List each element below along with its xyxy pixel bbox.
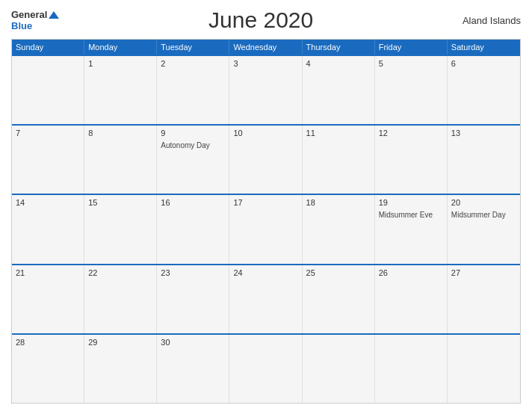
cell-w5-mon: 29 — [84, 335, 157, 403]
cell-w4-sun: 21 — [12, 265, 84, 333]
cell-w1-fri: 5 — [375, 56, 448, 124]
cell-w4-thu: 25 — [303, 265, 375, 333]
cell-w3-fri: 19 Midsummer Eve — [375, 195, 448, 263]
cell-w3-sun: 14 — [12, 195, 84, 263]
cell-w4-sat: 27 — [448, 265, 520, 333]
cell-w3-mon: 15 — [84, 195, 157, 263]
cell-w5-wed — [229, 335, 302, 403]
cell-w3-thu: 18 — [303, 195, 375, 263]
logo-triangle-icon — [49, 11, 59, 19]
week-row-3: 14 15 16 17 18 19 Midsummer Eve 20 Midsu… — [12, 194, 520, 263]
cell-w2-sat: 13 — [448, 126, 520, 194]
cell-w3-sat: 20 Midsummer Day — [448, 195, 520, 263]
cell-w2-wed: 10 — [229, 126, 302, 194]
cell-w3-wed: 17 — [229, 195, 302, 263]
cell-w5-sat — [448, 335, 520, 403]
cell-w2-sun: 7 — [12, 126, 84, 194]
cell-w1-thu: 4 — [303, 56, 375, 124]
cell-w5-sun: 28 — [12, 335, 84, 403]
cell-w1-sun — [12, 56, 84, 124]
cell-w4-tue: 23 — [157, 265, 229, 333]
logo-general-text: General — [11, 9, 47, 20]
cell-w1-sat: 6 — [448, 56, 520, 124]
region-label: Aland Islands — [463, 15, 521, 26]
logo: General Blue — [11, 9, 59, 31]
week-row-1: 1 2 3 4 5 6 — [12, 55, 520, 124]
cell-w2-tue: 9 Autonomy Day — [157, 126, 229, 194]
logo-blue-text: Blue — [11, 20, 32, 31]
col-tuesday: Tuesday — [157, 40, 229, 55]
col-sunday: Sunday — [12, 40, 84, 55]
cell-w1-mon: 1 — [84, 56, 157, 124]
col-thursday: Thursday — [303, 40, 375, 55]
cell-w5-thu — [303, 335, 375, 403]
col-wednesday: Wednesday — [229, 40, 302, 55]
cell-w4-fri: 26 — [375, 265, 448, 333]
week-row-4: 21 22 23 24 25 26 27 — [12, 264, 520, 333]
cell-w1-wed: 3 — [229, 56, 302, 124]
calendar: Sunday Monday Tuesday Wednesday Thursday… — [11, 39, 521, 404]
col-friday: Friday — [375, 40, 448, 55]
cell-w2-mon: 8 — [84, 126, 157, 194]
calendar-header-row: Sunday Monday Tuesday Wednesday Thursday… — [12, 40, 520, 55]
calendar-body: 1 2 3 4 5 6 7 8 9 Autonomy Day 10 11 12 … — [12, 55, 520, 403]
week-row-5: 28 29 30 — [12, 333, 520, 403]
week-row-2: 7 8 9 Autonomy Day 10 11 12 13 — [12, 124, 520, 194]
col-saturday: Saturday — [448, 40, 520, 55]
cell-w4-mon: 22 — [84, 265, 157, 333]
cell-w1-tue: 2 — [157, 56, 229, 124]
page-header: General Blue June 2020 Aland Islands — [11, 7, 521, 33]
cell-w5-fri — [375, 335, 448, 403]
col-monday: Monday — [84, 40, 157, 55]
cell-w2-thu: 11 — [303, 126, 375, 194]
calendar-title: June 2020 — [208, 7, 313, 33]
cell-w4-wed: 24 — [229, 265, 302, 333]
cell-w2-fri: 12 — [375, 126, 448, 194]
cell-w3-tue: 16 — [157, 195, 229, 263]
cell-w5-tue: 30 — [157, 335, 229, 403]
